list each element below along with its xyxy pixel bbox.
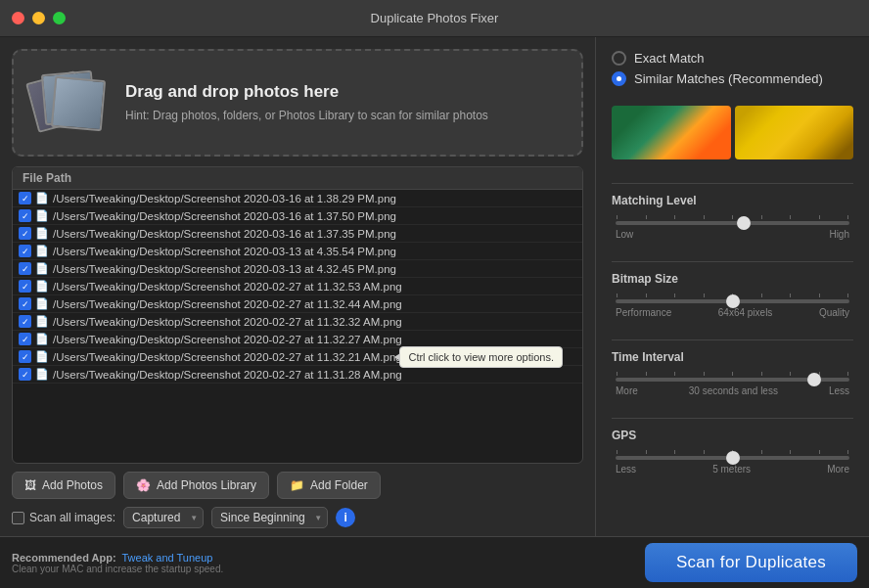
- add-folder-label: Add Folder: [310, 478, 368, 492]
- match-type-group: Exact Match Similar Matches (Recommended…: [612, 51, 853, 92]
- bitmap-size-thumb[interactable]: [726, 294, 740, 308]
- time-less-label: Less: [829, 385, 849, 396]
- exact-match-label: Exact Match: [634, 51, 705, 66]
- exact-match-radio[interactable]: [612, 51, 626, 66]
- add-photos-library-label: Add Photos Library: [157, 478, 256, 492]
- add-photos-library-button[interactable]: 🌸 Add Photos Library: [123, 472, 269, 499]
- file-checkbox[interactable]: [19, 315, 31, 328]
- file-item[interactable]: 📄 /Users/Tweaking/Desktop/Screenshot 202…: [13, 331, 582, 348]
- similar-match-option[interactable]: Similar Matches (Recommended): [612, 71, 853, 86]
- minimize-button[interactable]: [32, 12, 45, 24]
- time-more-label: More: [616, 385, 638, 396]
- file-checkbox[interactable]: [19, 192, 31, 204]
- gps-slider-container: Less 5 meters More: [612, 450, 853, 475]
- matching-level-slider-container: Low High: [612, 215, 853, 240]
- similar-match-radio[interactable]: [612, 71, 626, 86]
- add-folder-button[interactable]: 📁 Add Folder: [277, 472, 381, 499]
- file-checkbox[interactable]: [19, 209, 31, 222]
- recommended-section: Recommended App: Tweak and Tuneup Clean …: [12, 552, 223, 574]
- similar-match-label: Similar Matches (Recommended): [634, 71, 823, 86]
- file-doc-icon: 📄: [35, 350, 49, 363]
- exact-match-option[interactable]: Exact Match: [612, 51, 853, 66]
- file-doc-icon: 📄: [35, 227, 49, 240]
- since-dropdown[interactable]: Since Beginning: [211, 507, 328, 528]
- bitmap-size-title: Bitmap Size: [612, 272, 853, 286]
- file-doc-icon: 📄: [35, 209, 49, 222]
- photos-library-icon: 🌸: [136, 478, 151, 492]
- recommended-link[interactable]: Tweak and Tuneup: [121, 552, 212, 564]
- file-checkbox[interactable]: [19, 227, 31, 240]
- matching-level-track[interactable]: [616, 221, 849, 225]
- divider-2: [612, 261, 853, 262]
- file-item[interactable]: 📄 /Users/Tweaking/Desktop/Screenshot 202…: [13, 225, 582, 243]
- info-button[interactable]: i: [336, 508, 355, 527]
- file-list-header: File Path: [13, 167, 582, 190]
- time-center-label: 30 seconds and less: [689, 385, 778, 396]
- matching-level-low: Low: [616, 229, 633, 240]
- recommended-text: Recommended App: Tweak and Tuneup: [12, 552, 223, 564]
- bitmap-size-slider-container: Performance 64x64 pixels Quality: [612, 294, 853, 318]
- gps-thumb[interactable]: [726, 451, 740, 465]
- file-item[interactable]: 📄 /Users/Tweaking/Desktop/Screenshot 202…: [13, 207, 582, 225]
- close-button[interactable]: [12, 12, 24, 24]
- titlebar-buttons: [12, 12, 66, 24]
- file-checkbox[interactable]: [19, 280, 31, 293]
- scan-for-duplicates-button[interactable]: Scan for Duplicates: [645, 543, 857, 582]
- gps-section: GPS Less 5 meters More: [612, 429, 853, 475]
- file-path: /Users/Tweaking/Desktop/Screenshot 2020-…: [53, 210, 576, 222]
- file-checkbox[interactable]: [19, 245, 31, 257]
- file-item[interactable]: 📄 /Users/Tweaking/Desktop/Screenshot 202…: [13, 190, 582, 207]
- file-doc-icon: 📄: [35, 297, 49, 310]
- photo-card-3: [51, 76, 106, 131]
- file-item[interactable]: 📄 /Users/Tweaking/Desktop/Screenshot 202…: [13, 295, 582, 313]
- file-doc-icon: 📄: [35, 245, 49, 257]
- file-item[interactable]: 📄 /Users/Tweaking/Desktop/Screenshot 202…: [13, 243, 582, 260]
- captured-dropdown[interactable]: Captured: [123, 507, 204, 528]
- file-path: /Users/Tweaking/Desktop/Screenshot 2020-…: [53, 281, 576, 293]
- divider-4: [612, 418, 853, 419]
- bitmap-quality-label: Quality: [819, 307, 849, 318]
- thumb-sunflower: [735, 106, 854, 159]
- drop-text: Drag and drop photos here Hint: Drag pho…: [125, 82, 488, 124]
- matching-level-ticks: [616, 215, 849, 219]
- file-item[interactable]: 📄 /Users/Tweaking/Desktop/Screenshot 202…: [13, 260, 582, 278]
- file-checkbox[interactable]: [19, 297, 31, 310]
- file-checkbox[interactable]: [19, 350, 31, 363]
- file-path: /Users/Tweaking/Desktop/Screenshot 2020-…: [53, 193, 576, 204]
- file-doc-icon: 📄: [35, 280, 49, 293]
- file-doc-icon: 📄: [35, 315, 49, 328]
- matching-level-thumb[interactable]: [737, 216, 751, 230]
- file-list[interactable]: 📄 /Users/Tweaking/Desktop/Screenshot 202…: [13, 190, 582, 463]
- time-interval-thumb[interactable]: [807, 373, 821, 386]
- time-interval-track[interactable]: [616, 378, 849, 382]
- thumbnail-pair: [612, 106, 853, 159]
- recommended-sub: Clean your MAC and increase the startup …: [12, 564, 223, 574]
- bitmap-size-labels: Performance 64x64 pixels Quality: [616, 307, 849, 318]
- file-item[interactable]: 📄 /Users/Tweaking/Desktop/Screenshot 202…: [13, 366, 582, 384]
- file-path: /Users/Tweaking/Desktop/Screenshot 2020-…: [53, 246, 576, 257]
- recommended-label: Recommended App:: [12, 552, 116, 564]
- file-checkbox[interactable]: [19, 262, 31, 275]
- drop-hint: Hint: Drag photos, folders, or Photos Li…: [125, 108, 488, 124]
- file-path: /Users/Tweaking/Desktop/Screenshot 2020-…: [53, 334, 576, 345]
- file-item[interactable]: 📄 /Users/Tweaking/Desktop/Screenshot 202…: [13, 313, 582, 331]
- maximize-button[interactable]: [53, 12, 66, 24]
- drop-heading: Drag and drop photos here: [125, 82, 488, 102]
- file-item[interactable]: 📄 /Users/Tweaking/Desktop/Screenshot 202…: [13, 348, 582, 366]
- scan-all-label[interactable]: Scan all images:: [12, 511, 115, 524]
- file-checkbox[interactable]: [19, 368, 31, 381]
- drop-zone[interactable]: Drag and drop photos here Hint: Drag pho…: [12, 49, 583, 157]
- scan-all-checkbox[interactable]: [12, 512, 24, 524]
- app-title: Duplicate Photos Fixer: [371, 11, 499, 25]
- file-path: /Users/Tweaking/Desktop/Screenshot 2020-…: [53, 263, 576, 275]
- add-photos-button[interactable]: 🖼 Add Photos: [12, 472, 115, 499]
- file-checkbox[interactable]: [19, 333, 31, 345]
- matching-level-high: High: [829, 229, 849, 240]
- file-item[interactable]: 📄 /Users/Tweaking/Desktop/Screenshot 202…: [13, 278, 582, 295]
- scan-all-text: Scan all images:: [29, 511, 115, 524]
- left-panel: Drag and drop photos here Hint: Drag pho…: [0, 37, 595, 536]
- bitmap-size-track[interactable]: [616, 299, 849, 303]
- gps-track[interactable]: [616, 456, 849, 460]
- scan-options: Scan all images: Captured Since Beginnin…: [12, 507, 583, 528]
- bitmap-performance-label: Performance: [616, 307, 671, 318]
